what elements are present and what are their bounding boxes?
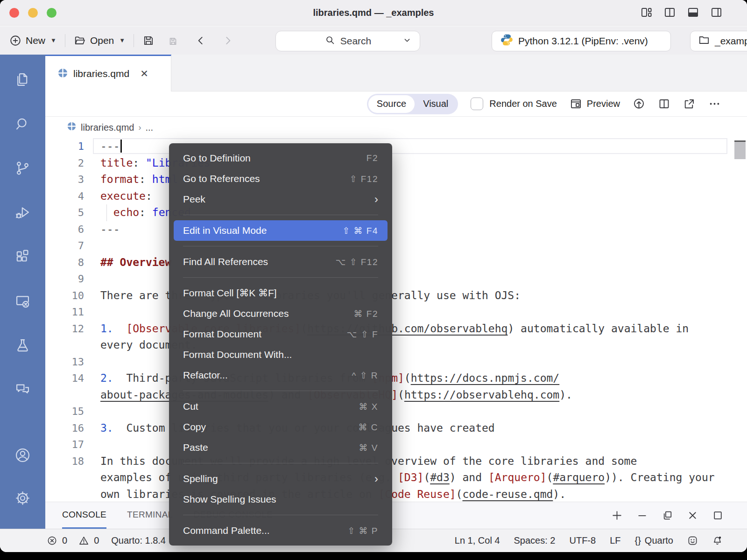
split-editor-icon[interactable] <box>658 98 670 110</box>
close-panel-icon[interactable] <box>687 510 698 521</box>
notifications-button[interactable] <box>712 535 723 546</box>
interpreter-selector[interactable]: Python 3.12.1 (PipEnv: .venv) <box>492 31 671 51</box>
panel-tab-terminal[interactable]: TERMINAL <box>127 502 173 529</box>
code-line: 1--- <box>45 138 747 155</box>
tab-libraries-qmd[interactable]: libraries.qmd ✕ <box>45 55 171 91</box>
menu-item[interactable]: Format Document With... <box>169 344 392 365</box>
remote-session-icon <box>14 293 31 311</box>
restore-panel-icon[interactable] <box>662 510 673 521</box>
sidebar-item-comments[interactable] <box>0 369 45 413</box>
new-console-plus-icon[interactable] <box>611 510 623 521</box>
code-line: 2title: "Libraries" <box>45 155 747 172</box>
menu-item[interactable]: Peek› <box>169 189 392 210</box>
toggle-secondary-sidebar-icon[interactable] <box>710 6 723 21</box>
code-line: 10There are three types of libraries you… <box>45 287 747 304</box>
workspace-selector[interactable]: _examples <box>690 31 747 51</box>
panel-tab-console[interactable]: CONSOLE <box>62 502 106 529</box>
code-line: 3format: html <box>45 171 747 188</box>
split-editor-layout-icon[interactable] <box>663 6 676 21</box>
editor-scrollbar[interactable] <box>734 142 746 159</box>
line-number: 18 <box>45 453 84 470</box>
maximize-panel-icon[interactable] <box>712 510 724 521</box>
code-line: 6--- <box>45 221 747 238</box>
code-line: 17 <box>45 436 747 453</box>
chevron-down-icon: ▼ <box>50 37 56 44</box>
close-tab-icon[interactable]: ✕ <box>140 68 148 79</box>
mode-toggle: Source Visual <box>367 94 458 114</box>
open-external-icon[interactable] <box>683 98 696 110</box>
line-number <box>45 337 84 354</box>
menu-item[interactable]: Spelling› <box>169 469 392 489</box>
code-line: 15 <box>45 403 747 420</box>
sidebar-item-explorer[interactable] <box>0 58 45 103</box>
activity-bar <box>0 55 45 529</box>
code-editor[interactable]: 1---2title: "Libraries"3format: html4exe… <box>45 138 747 502</box>
menu-item[interactable]: Format Cell [⌘K ⌘F] <box>169 283 392 303</box>
render-on-save-label: Render on Save <box>489 98 557 109</box>
render-on-save-checkbox[interactable] <box>471 98 483 110</box>
menu-item[interactable]: Format Document⌥ ⇧ F <box>169 324 392 344</box>
submenu-chevron-icon: › <box>374 193 378 206</box>
language-mode-status[interactable]: {} Quarto <box>634 535 673 546</box>
line-number: 7 <box>45 238 84 254</box>
eol-status[interactable]: LF <box>610 535 620 546</box>
sidebar-item-testing[interactable] <box>0 324 45 369</box>
quarto-version-status[interactable]: Quarto: 1.8.4 <box>111 535 166 546</box>
customize-layout-icon[interactable] <box>640 6 653 21</box>
sidebar-item-run-debug[interactable] <box>0 191 45 236</box>
visual-mode-button[interactable]: Visual <box>415 95 457 113</box>
menu-item[interactable]: Change All Occurrences⌘ F2 <box>169 303 392 324</box>
menu-item[interactable]: Paste⌘ V <box>169 437 392 458</box>
interpreter-label: Python 3.12.1 (PipEnv: .venv) <box>518 35 648 47</box>
menu-item[interactable]: Copy⌘ C <box>169 417 392 437</box>
problems-status[interactable]: 0 0 <box>47 535 99 546</box>
menu-item[interactable]: Go to References⇧ F12 <box>169 168 392 189</box>
menu-item[interactable]: Refactor...^ ⇧ R <box>169 365 392 385</box>
encoding-status[interactable]: UTF-8 <box>569 535 596 546</box>
chevron-down-icon: ▼ <box>119 37 125 44</box>
feedback-smiley-icon <box>687 535 698 546</box>
sidebar-item-extensions[interactable] <box>0 236 45 280</box>
open-button[interactable]: Open ▼ <box>74 35 125 47</box>
line-number: 12 <box>45 321 84 337</box>
folder-open-icon <box>74 35 86 47</box>
indentation-status[interactable]: Spaces: 2 <box>514 535 556 546</box>
forward-icon[interactable] <box>222 35 234 47</box>
menu-item[interactable]: Cut⌘ X <box>169 396 392 417</box>
preview-button[interactable]: Preview <box>570 98 620 110</box>
menu-item[interactable]: Find All References⌥ ⇧ F12 <box>169 252 392 272</box>
save-all-icon[interactable] <box>167 35 179 47</box>
toggle-panel-icon[interactable] <box>687 6 699 21</box>
sidebar-item-search[interactable] <box>0 103 45 147</box>
minimize-panel-icon[interactable] <box>636 510 648 521</box>
breadcrumb-more[interactable]: ... <box>145 122 153 133</box>
preview-icon <box>570 98 582 110</box>
menu-item[interactable]: Command Palette...⇧ ⌘ P <box>169 520 392 541</box>
menu-item[interactable]: Edit in Visual Mode⇧ ⌘ F4 <box>174 220 388 241</box>
source-mode-button[interactable]: Source <box>368 95 415 113</box>
feedback-button[interactable] <box>687 535 698 546</box>
preview-label: Preview <box>587 98 620 109</box>
save-icon[interactable] <box>142 35 155 47</box>
breadcrumb-file[interactable]: libraries.qmd <box>81 122 134 133</box>
search-input[interactable]: Search <box>275 31 420 51</box>
submenu-chevron-icon: › <box>374 472 378 485</box>
sidebar-item-remote-session[interactable] <box>0 280 45 324</box>
settings-button[interactable] <box>14 477 31 520</box>
render-circle-arrow-icon[interactable] <box>633 98 645 110</box>
code-line: 8## Overview <box>45 254 747 271</box>
code-line: 7 <box>45 238 747 254</box>
menu-item[interactable]: Show Spelling Issues <box>169 489 392 510</box>
back-icon[interactable] <box>195 35 207 47</box>
cursor-position-status[interactable]: Ln 1, Col 4 <box>455 535 500 546</box>
account-button[interactable] <box>14 434 31 477</box>
sidebar-item-source-control[interactable] <box>0 147 45 191</box>
new-button[interactable]: New ▼ <box>9 35 56 47</box>
window-title: libraries.qmd — _examples <box>0 0 747 26</box>
menu-separator <box>183 463 378 463</box>
warning-count: 0 <box>94 535 99 546</box>
menu-item[interactable]: Go to DefinitionF2 <box>169 148 392 168</box>
more-actions-icon[interactable] <box>708 98 721 110</box>
line-number: 2 <box>45 155 84 172</box>
code-lines: 1---2title: "Libraries"3format: html4exe… <box>45 138 747 502</box>
